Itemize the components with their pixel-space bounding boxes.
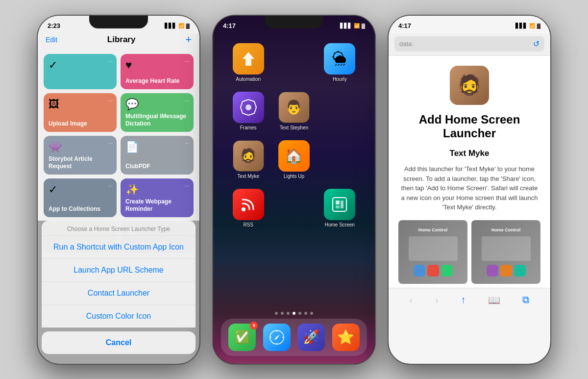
card-menu-3[interactable]: ··· — [108, 97, 113, 104]
app-frames-icon[interactable] — [233, 92, 264, 123]
launcher-subtitle: Text Myke — [450, 149, 490, 158]
app-text-myke-icon[interactable]: 🧔 — [233, 140, 264, 172]
battery-icon-2: ▓ — [362, 23, 365, 28]
card-menu-4[interactable]: ··· — [185, 97, 190, 104]
url-bar[interactable]: data: ↺ — [394, 36, 544, 51]
page-dot-6[interactable] — [304, 312, 307, 315]
dock-reeder-icon[interactable]: ⭐ — [332, 324, 360, 351]
shortcut-card-5[interactable]: ··· 👾 Storybot Article Request — [44, 136, 117, 175]
share-button[interactable]: ↑ — [459, 292, 467, 307]
notch-2 — [265, 16, 323, 28]
app-hourly-label: Hourly — [333, 76, 347, 82]
card-menu-6[interactable]: ··· — [185, 140, 190, 147]
app-empty-2 — [324, 92, 355, 123]
wifi-icon-1: 📶 — [178, 23, 184, 28]
svg-rect-4 — [336, 205, 340, 208]
svg-point-1 — [242, 207, 245, 211]
card-icon-2: ♥ — [125, 59, 189, 72]
app-automation-icon[interactable] — [233, 43, 264, 75]
app-empty-4-wrap — [273, 189, 314, 227]
shortcut-card-6[interactable]: ··· 📄 ClubPDF — [121, 136, 194, 175]
app-rss-wrap: RSS — [228, 189, 269, 227]
card-menu-7[interactable]: ··· — [108, 182, 113, 189]
page-dot-4[interactable] — [293, 312, 295, 315]
page-dot-1[interactable] — [275, 312, 278, 315]
safari-toolbar: ‹ › ↑ 📖 ⧉ — [389, 288, 550, 313]
page-dot-7[interactable] — [310, 312, 313, 315]
wifi-icon-3: 📶 — [529, 23, 535, 28]
shortcut-card-8[interactable]: ··· ✨ Create Webpage Reminder — [121, 178, 194, 217]
home-screen: 4:17 ▋▋▋ 📶 ▓ Automation — [213, 16, 375, 364]
url-text: data: — [399, 40, 414, 48]
app-rss-icon[interactable] — [233, 189, 264, 220]
preview-thumb-1: Home Control — [398, 220, 467, 284]
card-icon-3: 🖼 — [49, 98, 112, 111]
notch-3 — [440, 16, 499, 28]
card-icon-7: ✓ — [49, 183, 112, 196]
card-menu-1[interactable]: ··· — [108, 58, 113, 65]
checklist-badge: 9 — [250, 322, 258, 329]
dock-safari-wrap — [263, 324, 291, 351]
svg-rect-2 — [333, 198, 346, 211]
dock-rocket-wrap: 🚀 — [297, 324, 325, 351]
dock-reeder-wrap: ⭐ — [332, 324, 360, 351]
app-grid: Automation 🌦 Hourly — [213, 33, 375, 308]
back-button[interactable]: ‹ — [408, 292, 415, 307]
page-dot-3[interactable] — [287, 312, 290, 315]
tabs-button[interactable]: ⧉ — [520, 292, 531, 307]
signal-icon-3: ▋▋▋ — [515, 23, 527, 28]
phone-3: 4:17 ▋▋▋ 📶 ▓ data: ↺ 🧔 Add Home Screen L… — [389, 16, 550, 364]
shortcut-card-3[interactable]: ··· 🖼 Upload Image — [44, 93, 117, 132]
bookmarks-button[interactable]: 📖 — [486, 292, 502, 308]
add-button[interactable]: + — [185, 33, 192, 46]
app-empty-3-wrap — [319, 140, 360, 179]
app-frames-label: Frames — [240, 125, 257, 130]
dock-rocket-icon[interactable]: 🚀 — [297, 324, 325, 351]
preview-thumb-2: Home Control — [471, 220, 540, 284]
app-lights-icon[interactable]: 🏠 — [278, 140, 310, 172]
time-1: 2:23 — [48, 22, 60, 29]
app-text-stephen-wrap: 👨 Text Stephen — [273, 92, 314, 130]
dock-safari-icon[interactable] — [263, 324, 291, 351]
shortcut-card-2[interactable]: ··· ♥ Average Heart Rate — [121, 54, 194, 89]
phone-1: 2:23 ▋▋▋ 📶 ▓ Edit Library + ··· ✓ ··· ♥ … — [38, 16, 199, 364]
action-item-2[interactable]: Launch App URL Scheme — [42, 258, 196, 281]
app-hourly-icon[interactable]: 🌦 — [324, 43, 355, 75]
card-menu-8[interactable]: ··· — [185, 182, 190, 189]
app-lights-label: Lights Up — [284, 174, 304, 179]
edit-button[interactable]: Edit — [46, 36, 57, 44]
page-dot-2[interactable] — [281, 312, 284, 315]
svg-rect-3 — [336, 201, 340, 204]
card-icon-6: 📄 — [125, 141, 189, 153]
action-item-1[interactable]: Run a Shortcut with Custom App Icon — [42, 235, 196, 258]
shortcut-card-7[interactable]: ··· ✓ App to Collections — [44, 178, 117, 217]
time-3: 4:17 — [398, 22, 411, 29]
shortcut-card-4[interactable]: ··· 💬 Multilingual iMessage Dictation — [121, 93, 194, 132]
card-icon-8: ✨ — [125, 183, 189, 196]
action-sheet-title: Choose a Home Screen Launcher Type — [42, 221, 196, 235]
app-frames-wrap: Frames — [228, 92, 269, 130]
wifi-icon-2: 📶 — [354, 23, 360, 28]
card-menu-2[interactable]: ··· — [185, 58, 190, 65]
signal-icon-1: ▋▋▋ — [165, 23, 176, 28]
forward-button[interactable]: › — [433, 292, 441, 307]
action-item-4[interactable]: Custom Color Icon — [42, 304, 196, 328]
dock: ✅ 9 🚀 — [221, 319, 367, 356]
preview-inner-2: Home Control — [471, 220, 540, 284]
app-homescreen-icon[interactable] — [324, 189, 355, 220]
page-dot-5[interactable] — [298, 312, 301, 315]
refresh-button[interactable]: ↺ — [533, 39, 539, 49]
card-icon-1: ✓ — [49, 59, 112, 72]
card-menu-5[interactable]: ··· — [108, 140, 113, 147]
app-empty-3 — [324, 140, 355, 172]
app-text-stephen-icon[interactable]: 👨 — [278, 92, 310, 123]
svg-point-7 — [276, 336, 277, 338]
shortcut-card-1[interactable]: ··· ✓ — [44, 54, 117, 89]
action-cancel[interactable]: Cancel — [42, 331, 196, 354]
app-empty-2-wrap — [319, 92, 360, 130]
card-label-3: Upload Image — [49, 120, 112, 128]
library-header: Edit Library + — [38, 33, 199, 50]
action-sheet: Choose a Home Screen Launcher Type Run a… — [38, 221, 199, 364]
action-item-3[interactable]: Contact Launcher — [42, 281, 196, 304]
preview-title-1: Home Control — [418, 227, 448, 232]
